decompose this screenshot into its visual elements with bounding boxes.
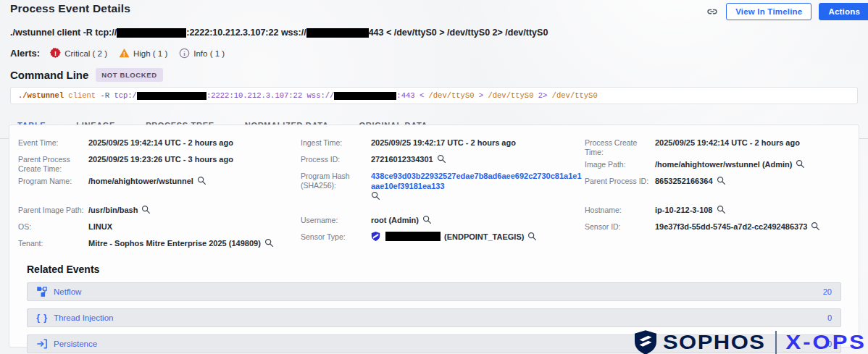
view-in-timeline-button[interactable]: View In Timeline bbox=[726, 3, 811, 20]
command-summary-text: :2222:10.212.3.107:22 wss:// bbox=[186, 28, 306, 38]
field-value-text: 8653252166364 bbox=[655, 176, 713, 186]
field-value: /home/ahightower/wstunnel (Admin) bbox=[655, 159, 805, 169]
related-event-count: 0 bbox=[827, 313, 832, 322]
field-value-text: /home/ahightower/wstunnel bbox=[88, 176, 193, 186]
field-value: ip-10-212-3-108 bbox=[655, 204, 726, 215]
command-line-header: Command Line NOT BLOCKED bbox=[0, 59, 868, 82]
sophos-wordmark: SOPHOS bbox=[663, 330, 766, 354]
command-line-title: Command Line bbox=[10, 69, 88, 81]
search-icon[interactable] bbox=[197, 176, 206, 185]
detail-field: Hostname:ip-10-212-3-108 bbox=[585, 204, 850, 221]
command-line-code-redacted bbox=[137, 92, 206, 100]
field-value-text: ip-10-212-3-108 bbox=[655, 205, 713, 215]
search-icon[interactable] bbox=[264, 238, 274, 248]
alert-items: !Critical ( 2 )!High ( 1 )iInfo ( 1 ) bbox=[50, 48, 225, 59]
field-value: (ENDPOINT_TAEGIS) bbox=[371, 231, 537, 242]
field-label: Hostname: bbox=[585, 204, 655, 215]
detail-field: Sensor Type:(ENDPOINT_TAEGIS) bbox=[301, 231, 585, 248]
command-summary: ./wstunnel client -R tcp://:2222:10.212.… bbox=[0, 20, 868, 38]
details-column: Event Time:2025/09/25 19:42:14 UTC - 2 h… bbox=[18, 137, 301, 254]
netflow-icon bbox=[36, 287, 48, 297]
search-icon[interactable] bbox=[371, 191, 585, 201]
logo-divider bbox=[775, 331, 777, 354]
related-event-label: Thread Injection bbox=[54, 313, 113, 322]
alert-filter-info[interactable]: iInfo ( 1 ) bbox=[179, 48, 225, 59]
field-label: Sensor Type: bbox=[301, 231, 371, 242]
details-grid: Event Time:2025/09/25 19:42:14 UTC - 2 h… bbox=[18, 137, 850, 254]
detail-field: OS:LINUX bbox=[18, 221, 301, 237]
field-value-text: 27216012334301 bbox=[371, 154, 433, 164]
details-column: Process Create Time:2025/09/25 19:42:14 … bbox=[585, 137, 850, 254]
command-line-code-text: :2222:10.212.3.107:22 bbox=[206, 91, 302, 100]
field-value: 19e37f3d-55dd-5745-a7d2-cc2492486373 bbox=[655, 221, 820, 232]
detail-field: Tenant:Mitre - Sophos Mitre Enterprise 2… bbox=[18, 237, 301, 254]
command-line-code-text: 2> bbox=[538, 91, 548, 100]
detail-field: Image Path:/home/ahightower/wstunnel (Ad… bbox=[585, 159, 850, 175]
related-event-row-netflow[interactable]: Netflow20 bbox=[27, 282, 841, 301]
search-icon[interactable] bbox=[717, 205, 726, 214]
field-value-text: Mitre - Sophos Mitre Enterprise 2025 (14… bbox=[88, 238, 261, 248]
related-event-row-thread-injection[interactable]: { }Thread Injection0 bbox=[27, 308, 841, 327]
info-severity-icon: i bbox=[179, 48, 190, 59]
detail-field: Sensor ID:19e37f3d-55dd-5745-a7d2-cc2492… bbox=[585, 221, 850, 237]
header: Process Event Details View In Timeline A… bbox=[0, 0, 868, 20]
detail-field: Parent Image Path:/usr/bin/bash bbox=[18, 204, 301, 221]
field-value: 2025/09/25 19:42:17 UTC - 2 hours ago bbox=[371, 137, 516, 148]
field-label: OS: bbox=[18, 221, 88, 232]
command-line-code-text: -R bbox=[100, 91, 109, 100]
search-icon[interactable] bbox=[437, 154, 446, 164]
details-column: Ingest Time:2025/09/25 19:42:17 UTC - 2 … bbox=[301, 137, 585, 254]
field-value-redacted bbox=[385, 232, 441, 241]
field-label: Parent Process Create Time: bbox=[18, 153, 88, 174]
search-icon[interactable] bbox=[811, 222, 820, 231]
actions-button[interactable]: Actions bbox=[819, 3, 868, 20]
alert-label: High ( 1 ) bbox=[133, 49, 167, 58]
related-event-label: Persistence bbox=[54, 340, 97, 348]
field-value: 2025/09/25 19:42:14 UTC - 2 hours ago bbox=[88, 137, 233, 148]
field-value-text: 2025/09/25 19:42:14 UTC - 2 hours ago bbox=[655, 138, 800, 148]
field-label: Parent Image Path: bbox=[18, 204, 88, 215]
field-value: Mitre - Sophos Mitre Enterprise 2025 (14… bbox=[88, 237, 274, 248]
field-label: Username: bbox=[301, 214, 371, 225]
field-value-text[interactable]: 438ce93d03b22932527edae7b8ad6aee692c2730… bbox=[371, 171, 585, 191]
field-label: Process ID: bbox=[301, 153, 371, 164]
related-event-count: 20 bbox=[823, 287, 832, 296]
alert-filter-high[interactable]: !High ( 1 ) bbox=[119, 48, 167, 59]
search-icon[interactable] bbox=[422, 215, 432, 224]
field-value[interactable]: 438ce93d03b22932527edae7b8ad6aee692c2730… bbox=[371, 170, 585, 201]
field-value: 2025/09/25 19:23:26 UTC - 3 hours ago bbox=[88, 153, 233, 164]
search-icon[interactable] bbox=[527, 232, 537, 241]
command-summary-text: 443 < /dev/ttyS0 > /dev/ttyS0 2> /dev/tt… bbox=[369, 28, 548, 38]
search-icon[interactable] bbox=[717, 176, 726, 185]
command-line-code-text: tcp:/ bbox=[114, 91, 137, 100]
command-line-code-text: client bbox=[68, 91, 96, 100]
related-event-label: Netflow bbox=[54, 287, 81, 296]
search-icon[interactable] bbox=[796, 159, 805, 169]
field-label: Program Name: bbox=[18, 175, 88, 186]
detail-field: Event Time:2025/09/25 19:42:14 UTC - 2 h… bbox=[18, 137, 301, 153]
field-value: LINUX bbox=[88, 221, 112, 232]
header-actions: View In Timeline Actions bbox=[706, 2, 868, 20]
command-line-code-text: /dev/ttyS0 bbox=[429, 91, 475, 100]
search-icon[interactable] bbox=[141, 205, 151, 214]
field-label: Sensor ID: bbox=[585, 221, 655, 232]
field-value-text: 2025/09/25 19:42:14 UTC - 2 hours ago bbox=[88, 138, 233, 148]
alert-label: Info ( 1 ) bbox=[193, 49, 225, 58]
field-value: 2025/09/25 19:42:14 UTC - 2 hours ago bbox=[655, 137, 800, 148]
command-line-code-text: wss:// bbox=[307, 91, 335, 100]
alert-filter-critical[interactable]: !Critical ( 2 ) bbox=[50, 48, 107, 59]
detail-field: Parent Process ID:8653252166364 bbox=[585, 175, 850, 192]
details-card: Event Time:2025/09/25 19:42:14 UTC - 2 h… bbox=[9, 125, 859, 347]
field-value-text: (ENDPOINT_TAEGIS) bbox=[444, 232, 524, 242]
field-label: Program Hash (SHA256): bbox=[301, 170, 371, 190]
xops-wordmark: X-OPS bbox=[786, 330, 867, 354]
detail-field: Ingest Time:2025/09/25 19:42:17 UTC - 2 … bbox=[301, 137, 585, 153]
braces-icon: { } bbox=[36, 313, 48, 323]
svg-text:!: ! bbox=[54, 50, 57, 57]
command-summary-text: ./wstunnel client -R tcp:// bbox=[10, 28, 117, 38]
permalink-icon[interactable] bbox=[706, 5, 719, 18]
command-summary-redacted bbox=[306, 28, 369, 38]
sensor-shield-icon bbox=[371, 232, 380, 241]
sophos-shield-icon bbox=[635, 330, 656, 354]
field-value-text: root (Admin) bbox=[371, 215, 419, 225]
